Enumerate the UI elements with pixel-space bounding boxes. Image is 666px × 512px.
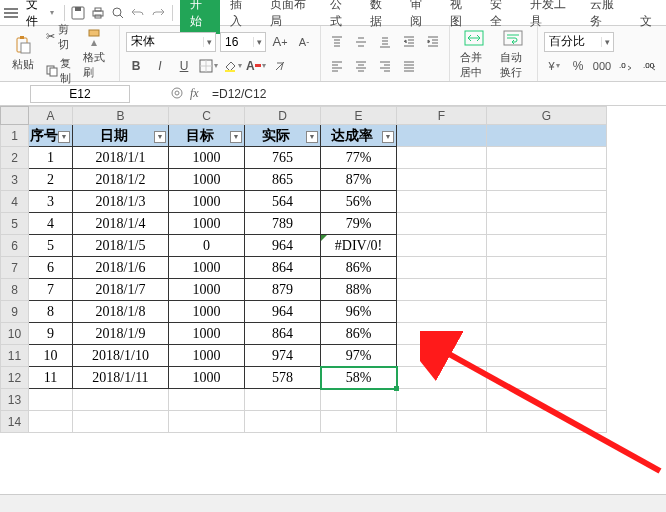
print-icon[interactable] xyxy=(89,3,107,23)
cell[interactable]: 879 xyxy=(245,279,321,301)
decrease-font-icon[interactable]: A- xyxy=(294,32,314,52)
cell[interactable]: 1000 xyxy=(169,169,245,191)
table-header-cell[interactable]: 实际▼ xyxy=(245,125,321,147)
col-header[interactable]: B xyxy=(73,107,169,125)
cell[interactable] xyxy=(487,367,607,389)
cell[interactable] xyxy=(321,389,397,411)
table-header-cell[interactable]: 序号▼ xyxy=(29,125,73,147)
font-name-combo[interactable]: 宋体▾ xyxy=(126,32,216,52)
row-header[interactable]: 14 xyxy=(1,411,29,433)
cell[interactable]: 789 xyxy=(245,213,321,235)
cell[interactable]: 11 xyxy=(29,367,73,389)
row-header[interactable]: 8 xyxy=(1,279,29,301)
table-header-cell[interactable]: 目标▼ xyxy=(169,125,245,147)
cell[interactable]: 1000 xyxy=(169,257,245,279)
cell[interactable]: 6 xyxy=(29,257,73,279)
cell[interactable]: 2018/1/7 xyxy=(73,279,169,301)
cell[interactable] xyxy=(397,301,487,323)
filter-icon[interactable]: ▼ xyxy=(58,131,70,143)
cell[interactable]: 7 xyxy=(29,279,73,301)
col-header[interactable]: E xyxy=(321,107,397,125)
row-header[interactable]: 10 xyxy=(1,323,29,345)
cell[interactable]: 97% xyxy=(321,345,397,367)
cell[interactable] xyxy=(397,279,487,301)
grid[interactable]: A B C D E F G 1序号▼日期▼目标▼实际▼达成率▼212018/1/… xyxy=(0,106,607,433)
cell[interactable] xyxy=(73,389,169,411)
filter-icon[interactable]: ▼ xyxy=(154,131,166,143)
cell[interactable] xyxy=(397,411,487,433)
col-header[interactable]: C xyxy=(169,107,245,125)
cell[interactable]: 2018/1/10 xyxy=(73,345,169,367)
cell[interactable] xyxy=(29,411,73,433)
indent-right-icon[interactable] xyxy=(423,32,443,52)
cell[interactable] xyxy=(487,213,607,235)
row-header[interactable]: 12 xyxy=(1,367,29,389)
justify-icon[interactable] xyxy=(399,56,419,76)
fill-color-icon[interactable]: ▾ xyxy=(222,56,242,76)
filter-icon[interactable]: ▼ xyxy=(382,131,394,143)
align-right-icon[interactable] xyxy=(375,56,395,76)
cell[interactable]: 77% xyxy=(321,147,397,169)
cell[interactable] xyxy=(487,147,607,169)
cut-button[interactable]: ✂剪切 xyxy=(44,21,75,53)
row-header[interactable]: 5 xyxy=(1,213,29,235)
cell[interactable]: 9 xyxy=(29,323,73,345)
row-header[interactable]: 2 xyxy=(1,147,29,169)
table-header-cell[interactable]: 日期▼ xyxy=(73,125,169,147)
cell[interactable]: 58% xyxy=(321,367,397,389)
decrease-decimal-icon[interactable]: .0 xyxy=(616,56,636,76)
cell[interactable]: 88% xyxy=(321,279,397,301)
align-top-icon[interactable] xyxy=(327,32,347,52)
cell[interactable] xyxy=(397,125,487,147)
filter-icon[interactable]: ▼ xyxy=(306,131,318,143)
cell[interactable]: 86% xyxy=(321,323,397,345)
row-header[interactable]: 13 xyxy=(1,389,29,411)
clear-format-icon[interactable] xyxy=(270,56,290,76)
cell[interactable]: 1000 xyxy=(169,191,245,213)
cell[interactable]: 2018/1/9 xyxy=(73,323,169,345)
cell[interactable]: 8 xyxy=(29,301,73,323)
cell[interactable]: 765 xyxy=(245,147,321,169)
cell[interactable]: 1000 xyxy=(169,323,245,345)
cell[interactable] xyxy=(397,169,487,191)
cell[interactable]: 865 xyxy=(245,169,321,191)
cell[interactable] xyxy=(487,279,607,301)
cell[interactable] xyxy=(487,411,607,433)
cell[interactable] xyxy=(397,345,487,367)
underline-icon[interactable]: U xyxy=(174,56,194,76)
col-header[interactable]: D xyxy=(245,107,321,125)
cell[interactable] xyxy=(397,191,487,213)
cell[interactable]: 2018/1/11 xyxy=(73,367,169,389)
save-icon[interactable] xyxy=(69,3,87,23)
cell[interactable]: 87% xyxy=(321,169,397,191)
number-format-combo[interactable]: 百分比▾ xyxy=(544,32,614,52)
cell[interactable]: 2018/1/5 xyxy=(73,235,169,257)
cell[interactable] xyxy=(397,323,487,345)
cell[interactable] xyxy=(487,345,607,367)
col-header[interactable]: G xyxy=(487,107,607,125)
cell[interactable]: 2018/1/8 xyxy=(73,301,169,323)
cell[interactable]: 1 xyxy=(29,147,73,169)
format-painter-button[interactable]: 格式刷 xyxy=(79,28,113,80)
cell[interactable]: 79% xyxy=(321,213,397,235)
cell[interactable]: 2018/1/6 xyxy=(73,257,169,279)
filter-icon[interactable]: ▼ xyxy=(230,131,242,143)
indent-left-icon[interactable] xyxy=(399,32,419,52)
formula-input[interactable]: =D12/C12 xyxy=(206,87,666,101)
select-all-corner[interactable] xyxy=(1,107,29,125)
cell[interactable] xyxy=(169,389,245,411)
row-header[interactable]: 9 xyxy=(1,301,29,323)
align-center-icon[interactable] xyxy=(351,56,371,76)
increase-decimal-icon[interactable]: .00 xyxy=(640,56,660,76)
name-box[interactable]: E12 xyxy=(30,85,130,103)
row-header[interactable]: 11 xyxy=(1,345,29,367)
cell[interactable]: 2018/1/3 xyxy=(73,191,169,213)
cell[interactable]: 564 xyxy=(245,191,321,213)
row-header[interactable]: 7 xyxy=(1,257,29,279)
cell[interactable]: 56% xyxy=(321,191,397,213)
wrap-text-button[interactable]: 自动换行 xyxy=(496,28,532,80)
cell[interactable]: 864 xyxy=(245,257,321,279)
cell[interactable] xyxy=(487,125,607,147)
cell[interactable]: 10 xyxy=(29,345,73,367)
fx-icon[interactable]: fx xyxy=(190,86,206,102)
